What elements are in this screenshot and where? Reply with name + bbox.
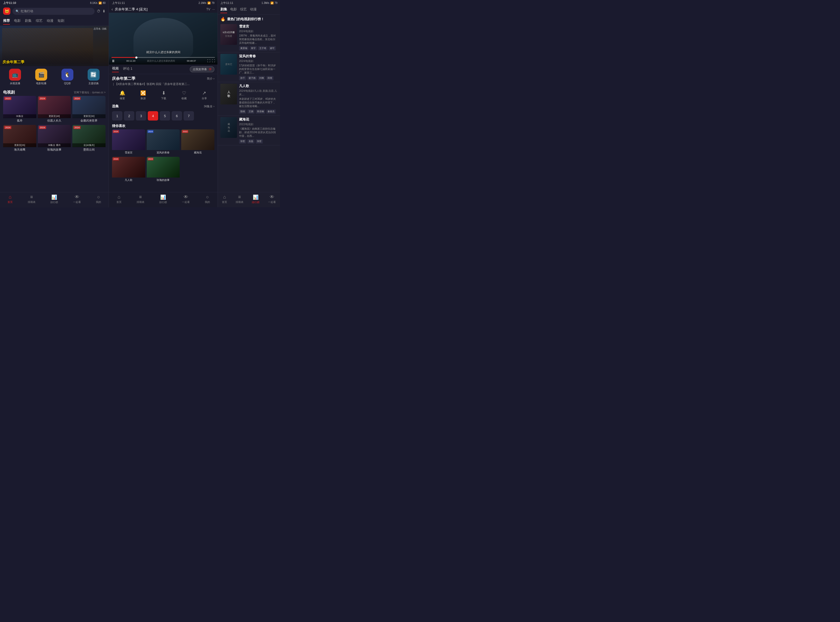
more-button[interactable]: ···	[212, 8, 215, 11]
tab-anime[interactable]: 动漫	[47, 17, 53, 24]
ep-5[interactable]: 5	[160, 111, 170, 120]
time-total: 00:48:37	[187, 59, 196, 62]
back-button[interactable]: ‹	[111, 7, 113, 12]
ranking-item-1[interactable]: 9月3日开播 百视通 雪迷宫 2024/电视剧 1997年，禁毒局尚未成立，面对…	[218, 23, 280, 52]
right-tab-variety[interactable]: 综艺	[240, 7, 247, 13]
ranking-item-2[interactable]: 爱奇艺 迎风的青春 2024/电视剧 17岁的程苗苗（孙千饰）和16岁的程芽芽出…	[218, 52, 280, 82]
tv-button[interactable]: TV	[206, 8, 210, 11]
right-nav-ranking[interactable]: 📊 排行榜	[252, 194, 260, 204]
tab-short[interactable]: 短剧	[58, 17, 64, 24]
left-nav-watch[interactable]: 👁 一起看	[73, 194, 81, 204]
drama-name-1: 孤舟	[3, 118, 36, 123]
fullscreen-button[interactable]: ⛶	[212, 59, 215, 63]
play-pause-button[interactable]: ⏸	[111, 59, 115, 63]
download-icon[interactable]: ⬇	[102, 9, 105, 13]
progress-dot	[135, 56, 137, 59]
ep-7[interactable]: 7	[183, 111, 194, 120]
drama-card-2[interactable]: 2024 更新至[48] 但愿人长久	[38, 96, 71, 123]
left-nav-home[interactable]: ⌂ 首页	[8, 194, 13, 204]
share-action[interactable]: ↗ 分享	[202, 90, 207, 100]
episode-more[interactable]: 36集全 ›	[204, 104, 214, 108]
mid-tabs: 视频 评论 1 点我发弹幕 弹	[109, 64, 217, 74]
mid-nav-profile[interactable]: ○ 我的	[205, 194, 210, 204]
drama-section-header: 电视剧 官网下载地址：rjumao.cc >	[0, 88, 108, 96]
ep-6[interactable]: 6	[172, 111, 182, 120]
action-row: 🔔 催更 🔀 换源 ⬇ 下载 ♡ 收藏 ↗ 分享	[109, 88, 217, 102]
collect-action[interactable]: ♡ 收藏	[182, 90, 187, 100]
right-ranking-icon: 📊	[253, 194, 258, 200]
tab-movie[interactable]: 电影	[14, 17, 21, 24]
right-tab-drama[interactable]: 剧集	[220, 7, 227, 13]
ranking-thumb-4: 藏海花	[220, 117, 237, 138]
download-action[interactable]: ⬇ 下载	[161, 90, 166, 100]
mid-signal-icon: 📶	[208, 2, 211, 5]
left-nav-schedule[interactable]: ≡ 排期表	[28, 194, 35, 204]
ranking-label: 排行榜	[50, 201, 58, 204]
left-battery: 80	[103, 2, 105, 5]
drama-card-6[interactable]: 2024 全[40集外] 墨雨云间	[72, 125, 105, 152]
hero-banner[interactable]: 总导名: 沈航 庆余年第二季	[0, 26, 108, 66]
ranking-item-4[interactable]: 藏海花 藏海花 2022/电视剧 《藏海花》由南派三叔担任总编剧，讲述2010年…	[218, 116, 280, 145]
mid-nav-home[interactable]: ⌂ 首页	[116, 194, 122, 204]
rec-badge-3: 2022	[182, 130, 188, 133]
ranking-year-3: 2024/电视剧/凡人歌,童颜,流霞,儿床,...	[239, 89, 277, 96]
search-input-wrap[interactable]: 🔍 红海行动	[12, 8, 95, 15]
right-tab-anime[interactable]: 动漫	[250, 7, 257, 13]
video-player[interactable]: 就没什么人进过东家的房间 ⏸ 00:11:20 就没什么人进过东家的房间 00:…	[109, 13, 217, 64]
mid-battery: 79	[212, 2, 214, 5]
drama-section-sub[interactable]: 官网下载地址：rjumao.cc >	[74, 91, 105, 95]
ranking-desc-3: 本剧讲述了三对30岁、40岁的夫妻或情侣在快节奏的大环境下，被生活围追堵截...	[239, 97, 277, 108]
video-desc: ｜【#庆余年第二季筹备#】张若昀 回应「庆余年是否有第二...	[112, 82, 214, 86]
drama-badge-6: 2024	[73, 126, 81, 129]
right-battery: 79	[275, 2, 277, 5]
intro-button[interactable]: 简介 ›	[207, 77, 214, 81]
search-text: 红海行动	[21, 9, 33, 14]
right-nav-watch[interactable]: 👁 一起看	[268, 194, 276, 204]
left-nav-profile[interactable]: ○ 我的	[96, 194, 101, 204]
drama-card-1[interactable]: 2023 36集全 孤舟	[3, 96, 36, 123]
drama-card-3[interactable]: 2024 更新至[30] 金庸武侠世界	[72, 96, 105, 123]
quick-movie-rotate[interactable]: 🎬 电影轮播	[35, 69, 47, 85]
remind-action[interactable]: 🔔 催更	[119, 90, 125, 100]
drama-card-4[interactable]: 2024 更新至[35] 海天雄鹰	[3, 125, 36, 152]
rec-card-2[interactable]: 2024 迎风的青春	[147, 129, 180, 155]
mid-nav-schedule[interactable]: ≡ 排期表	[137, 194, 144, 204]
video-controls: ⏸ 00:11:20 就没什么人进过东家的房间 00:48:37 ⛶ ⛶	[109, 56, 217, 64]
tab-comments[interactable]: 评论 1	[123, 66, 133, 72]
quick-qq[interactable]: 🐧 QQ群	[61, 69, 73, 85]
mid-nav-ranking[interactable]: 📊 排行榜	[159, 194, 167, 204]
danmu-button[interactable]: 点我发弹幕 弹	[190, 66, 214, 72]
pip-button[interactable]: ⛶	[207, 59, 210, 63]
right-tab-movie[interactable]: 电影	[230, 7, 237, 13]
right-nav-schedule[interactable]: ≡ 排期表	[236, 194, 243, 204]
left-status-bar: 上午11:10 8.1K/s 📶 80	[0, 0, 108, 6]
player-header: ‹ 庆余年第二季 4 [蓝光] TV ···	[109, 6, 217, 13]
ep-3[interactable]: 3	[136, 111, 146, 120]
rec-card-5[interactable]: 2024 玫瑰的故事	[147, 157, 180, 183]
mid-nav-watch[interactable]: 👁 一起看	[182, 194, 190, 204]
progress-bar[interactable]	[111, 57, 215, 58]
tab-variety[interactable]: 综艺	[36, 17, 43, 24]
history-icon[interactable]: ⏱	[97, 9, 100, 13]
tab-video[interactable]: 视频	[112, 66, 119, 72]
tab-recommend[interactable]: 推荐	[3, 17, 10, 24]
app-logo: 🐱	[3, 8, 11, 15]
source-action[interactable]: 🔀 换源	[140, 90, 146, 100]
mid-profile-icon: ○	[206, 194, 209, 200]
rec-card-1[interactable]: 2024 雪迷宫	[112, 129, 145, 155]
ep-1[interactable]: 1	[112, 111, 122, 120]
rec-card-4[interactable]: 2024 凡人歌	[112, 157, 145, 183]
drama-name-4: 海天雄鹰	[3, 147, 36, 152]
ep-2[interactable]: 2	[124, 111, 134, 120]
watch-label: 一起看	[73, 200, 81, 204]
ep-4[interactable]: 4	[148, 111, 158, 120]
mid-watch-icon: 👁	[183, 194, 188, 200]
drama-card-5[interactable]: 2024 38集全 番外 玫瑰的故事	[38, 125, 71, 152]
ranking-item-3[interactable]: 人歌 凡人歌 2024/电视剧/凡人歌,童颜,流霞,儿床,... 本剧讲述了三对…	[218, 82, 280, 116]
right-nav-home[interactable]: ⌂ 首页	[222, 194, 227, 204]
tab-drama[interactable]: 剧集	[25, 17, 32, 24]
quick-theme[interactable]: 🔄 主题切换	[88, 69, 99, 85]
left-nav-ranking[interactable]: 📊 排行榜	[50, 194, 58, 204]
rec-card-3[interactable]: 2022 藏海花	[181, 129, 214, 155]
quick-cctv[interactable]: 📺 央视直播	[9, 69, 21, 85]
